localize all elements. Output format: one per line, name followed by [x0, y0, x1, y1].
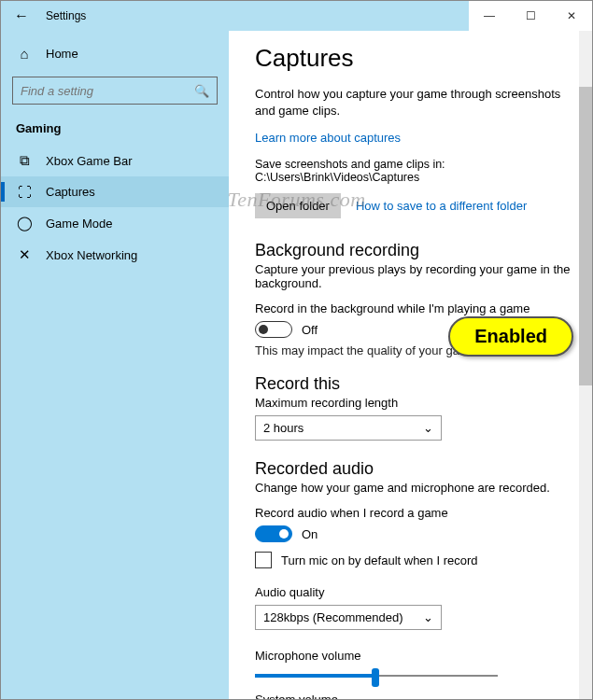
titlebar: ← Settings — ☐ ✕	[1, 1, 592, 31]
content-pane: Captures Control how you capture your ga…	[229, 31, 592, 699]
home-label: Home	[46, 47, 78, 61]
background-recording-sub: Capture your previous plays by recording…	[255, 262, 585, 290]
chevron-down-icon: ⌄	[423, 610, 433, 624]
search-box[interactable]: 🔍	[12, 77, 218, 105]
home-icon: ⌂	[16, 46, 33, 62]
window-title: Settings	[42, 9, 469, 22]
learn-more-link[interactable]: Learn more about captures	[255, 131, 585, 145]
sidebar-section-header: Gaming	[1, 118, 229, 145]
recorded-audio-heading: Recorded audio	[255, 459, 585, 479]
sidebar-item-label: Captures	[46, 185, 95, 199]
mic-default-label: Turn mic on by default when I record	[281, 553, 478, 567]
audio-toggle-label: Record audio when I record a game	[255, 506, 585, 520]
sidebar-item-captures[interactable]: ⛶ Captures	[1, 176, 229, 207]
audio-toggle[interactable]	[255, 525, 292, 542]
page-title: Captures	[255, 44, 585, 73]
open-folder-button[interactable]: Open folder	[255, 193, 341, 218]
max-length-select[interactable]: 2 hours ⌄	[255, 415, 442, 441]
sidebar-item-game-mode[interactable]: ◯ Game Mode	[1, 207, 229, 239]
sidebar-item-label: Game Mode	[46, 217, 113, 231]
game-mode-icon: ◯	[16, 215, 33, 231]
save-path-label: Save screenshots and game clips in: C:\U…	[255, 158, 585, 184]
search-input[interactable]	[21, 84, 194, 98]
record-this-heading: Record this	[255, 374, 585, 394]
back-button[interactable]: ←	[1, 7, 42, 24]
background-recording-heading: Background recording	[255, 241, 585, 260]
bg-toggle-label: Record in the background while I'm playi…	[255, 301, 585, 315]
networking-icon: ✕	[16, 246, 33, 263]
system-volume-label: System volume	[255, 693, 585, 699]
audio-quality-value: 128kbps (Recommended)	[263, 610, 403, 624]
page-intro: Control how you capture your game throug…	[255, 86, 572, 119]
mic-volume-label: Microphone volume	[255, 649, 585, 663]
sidebar-item-label: Xbox Game Bar	[46, 154, 133, 168]
sidebar-item-xbox-networking[interactable]: ✕ Xbox Networking	[1, 239, 229, 271]
sidebar-item-xbox-game-bar[interactable]: ⧉ Xbox Game Bar	[1, 145, 229, 176]
how-to-save-link[interactable]: How to save to a different folder	[356, 199, 527, 213]
sidebar: ⌂ Home 🔍 Gaming ⧉ Xbox Game Bar ⛶ Captur…	[1, 31, 229, 699]
bg-toggle[interactable]	[255, 321, 292, 338]
close-button[interactable]: ✕	[551, 1, 592, 31]
bg-toggle-state: Off	[302, 323, 318, 337]
audio-toggle-state: On	[302, 527, 318, 541]
scrollbar-thumb[interactable]	[579, 87, 592, 385]
search-icon: 🔍	[194, 84, 209, 98]
sidebar-home[interactable]: ⌂ Home	[1, 38, 229, 69]
mic-default-checkbox[interactable]	[255, 552, 272, 568]
mic-volume-slider[interactable]	[255, 666, 498, 685]
captures-icon: ⛶	[16, 184, 33, 200]
max-length-label: Maximum recording length	[255, 396, 585, 410]
sidebar-item-label: Xbox Networking	[46, 248, 137, 262]
enabled-callout: Enabled	[448, 316, 573, 357]
minimize-button[interactable]: —	[469, 1, 510, 31]
chevron-down-icon: ⌄	[423, 421, 433, 435]
recorded-audio-sub: Change how your game and microphone are …	[255, 481, 585, 495]
audio-quality-label: Audio quality	[255, 585, 585, 599]
audio-quality-select[interactable]: 128kbps (Recommended) ⌄	[255, 605, 442, 630]
maximize-button[interactable]: ☐	[510, 1, 551, 31]
game-bar-icon: ⧉	[16, 152, 33, 169]
max-length-value: 2 hours	[263, 421, 304, 435]
